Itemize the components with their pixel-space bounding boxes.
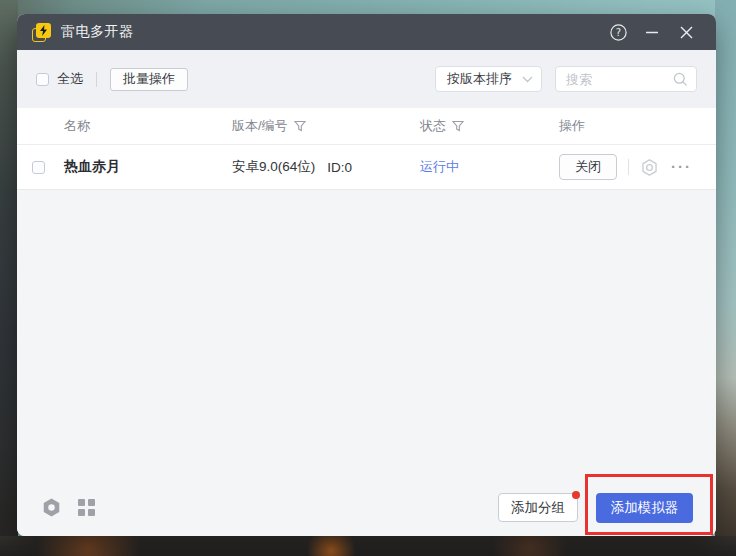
notification-badge [572, 491, 580, 499]
version-filter-icon[interactable] [294, 120, 306, 132]
instance-status: 运行中 [420, 158, 559, 176]
lightning-bolt-icon [39, 25, 48, 36]
close-button[interactable] [671, 19, 701, 45]
chevron-down-icon [522, 76, 533, 83]
toolbar: 全选 批量操作 按版本排序 [17, 50, 716, 108]
add-group-button[interactable]: 添加分组 [498, 493, 578, 522]
row-checkbox[interactable] [32, 161, 45, 174]
operations-divider [628, 159, 629, 175]
grid-view-icon[interactable] [78, 499, 95, 516]
header-name: 名称 [64, 117, 90, 135]
header-status: 状态 [420, 117, 446, 135]
stop-instance-button[interactable]: 关闭 [559, 154, 617, 180]
table-row: 热血赤月 安卓9.0(64位) ID:0 运行中 关闭 ··· [17, 144, 716, 190]
wallpaper-left [0, 0, 18, 556]
batch-operations-button[interactable]: 批量操作 [110, 68, 188, 91]
wallpaper-bottom [0, 536, 736, 556]
titlebar: 雷电多开器 ? [17, 14, 716, 50]
svg-text:?: ? [615, 27, 620, 38]
more-options-icon[interactable]: ··· [671, 162, 692, 172]
instance-settings-icon[interactable] [640, 158, 659, 177]
wallpaper-right [715, 0, 736, 556]
window-title: 雷电多开器 [61, 23, 134, 41]
minimize-button[interactable] [637, 19, 667, 45]
instance-list-empty-area [17, 190, 716, 487]
select-all-checkbox[interactable] [36, 73, 49, 86]
add-group-label: 添加分组 [511, 499, 565, 517]
header-operations: 操作 [559, 117, 585, 135]
sort-dropdown[interactable]: 按版本排序 [435, 66, 542, 92]
status-filter-icon[interactable] [452, 120, 464, 132]
toolbar-divider [96, 72, 97, 87]
table-header: 名称 版本/编号 状态 操作 [17, 108, 716, 144]
instance-version: 安卓9.0(64位) [232, 158, 315, 176]
search-icon[interactable] [673, 72, 688, 87]
header-version: 版本/编号 [232, 117, 288, 135]
select-all-label: 全选 [57, 70, 83, 88]
instance-id: ID:0 [327, 160, 352, 175]
app-logo-icon [32, 23, 51, 42]
sort-dropdown-value: 按版本排序 [447, 70, 522, 88]
settings-gear-icon[interactable] [41, 497, 62, 518]
multi-instance-manager-window: 雷电多开器 ? 全选 批量操作 按版本排序 [17, 14, 716, 536]
footer-bar: 添加分组 添加模拟器 [17, 487, 716, 536]
help-icon[interactable]: ? [603, 19, 633, 45]
instance-name: 热血赤月 [64, 158, 232, 176]
search-input[interactable] [566, 72, 673, 87]
search-box [555, 66, 697, 92]
add-emulator-button[interactable]: 添加模拟器 [596, 493, 693, 523]
